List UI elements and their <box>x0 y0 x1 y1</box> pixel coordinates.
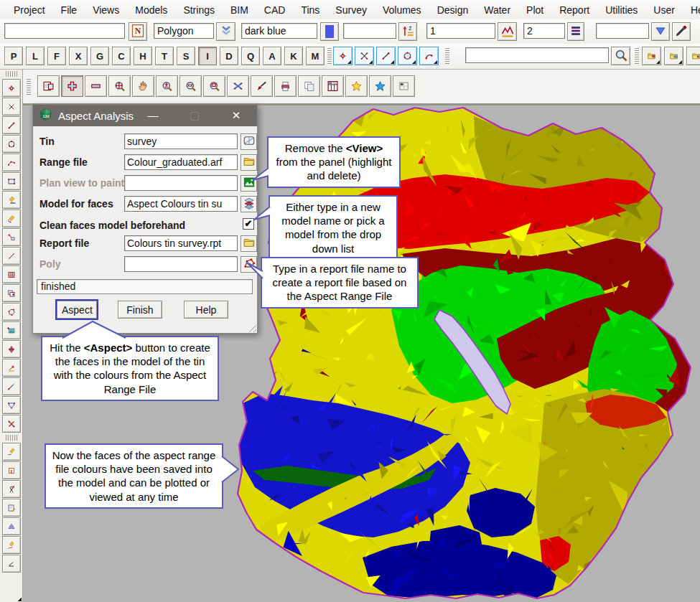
function-key-l[interactable]: L <box>26 47 45 65</box>
search-input[interactable] <box>465 47 609 63</box>
plot-print-button[interactable] <box>274 75 297 97</box>
search-button[interactable] <box>611 47 630 65</box>
menu-tins[interactable]: Tins <box>293 3 327 17</box>
menu-project[interactable]: Project <box>6 3 53 17</box>
function-key-q[interactable]: Q <box>241 47 260 65</box>
view-layout-button[interactable] <box>393 75 415 97</box>
measure-line-tool-button[interactable] <box>2 247 21 265</box>
clean-faces-checkbox[interactable]: ✔ <box>243 218 254 230</box>
tin-input[interactable] <box>124 133 238 149</box>
menu-user[interactable]: User <box>645 3 683 17</box>
snap-point-toggle[interactable] <box>333 47 353 65</box>
plan-view-input[interactable] <box>124 175 238 191</box>
toolbar-grip[interactable] <box>445 48 449 64</box>
plus-mode-button[interactable] <box>61 75 83 97</box>
name-button[interactable]: N <box>129 22 147 41</box>
function-key-f[interactable]: F <box>47 47 66 65</box>
model-for-faces-input[interactable] <box>124 196 238 212</box>
linestyle-picker-button[interactable] <box>216 22 235 41</box>
angle-lines-tool-button[interactable] <box>2 555 21 573</box>
menu-water[interactable]: Water <box>476 3 518 17</box>
menu-plot[interactable]: Plot <box>518 3 551 17</box>
colour-input[interactable] <box>241 23 317 39</box>
function-key-m[interactable]: M <box>306 47 325 65</box>
menu-report[interactable]: Report <box>551 3 597 17</box>
folder-extra-button[interactable] <box>686 47 700 65</box>
folder-cube-button[interactable] <box>642 47 661 65</box>
shield-polygon-tool-button[interactable] <box>2 396 21 414</box>
panel-manager-button[interactable] <box>37 75 60 97</box>
toolbar-grip[interactable] <box>27 79 31 95</box>
create-circle-tool-button[interactable] <box>2 135 21 153</box>
close-button[interactable]: ✕ <box>224 105 248 126</box>
pick-input[interactable] <box>596 23 649 39</box>
text-abc-tool-button[interactable]: abc <box>2 191 21 209</box>
minus-mode-button[interactable] <box>85 75 107 97</box>
freehand-draw-tool-button[interactable] <box>2 443 21 461</box>
menu-models[interactable]: Models <box>127 3 175 17</box>
function-key-g[interactable]: G <box>90 47 109 65</box>
string-colour-line-tool-button[interactable] <box>2 377 21 395</box>
copy-window-tool-button[interactable] <box>2 284 21 302</box>
create-rectangle-tool-button[interactable] <box>2 172 21 190</box>
colour-swatch-button[interactable] <box>320 22 339 41</box>
dialog-resize-grip[interactable] <box>247 323 256 332</box>
function-key-x[interactable]: X <box>69 47 88 65</box>
thickness-input[interactable] <box>523 23 565 39</box>
image-insert-tool-button[interactable] <box>2 321 21 339</box>
snap-circle-toggle[interactable] <box>398 47 417 65</box>
finish-button[interactable]: Finish <box>118 301 162 319</box>
translate-move-tool-button[interactable] <box>2 340 21 358</box>
survey-station-tool-button[interactable] <box>2 480 21 498</box>
range-file-input[interactable] <box>124 154 238 170</box>
breakline-picker-button[interactable] <box>498 22 517 41</box>
aspect-button[interactable]: Aspect <box>57 301 97 319</box>
menu-he[interactable]: He <box>683 3 700 17</box>
dialog-title-bar[interactable]: 12d Aspect Analysis — ▢ ✕ <box>33 105 257 126</box>
height-input[interactable] <box>343 23 396 39</box>
menu-design[interactable]: Design <box>429 3 477 17</box>
linetype-lines-button[interactable] <box>567 22 584 41</box>
grid-table-tool-button[interactable] <box>2 265 21 283</box>
linestyle-input[interactable] <box>154 23 214 39</box>
eyedropper-button[interactable] <box>672 22 691 41</box>
help-button[interactable]: Help <box>184 301 228 319</box>
redraw-button[interactable] <box>251 75 273 97</box>
node-cross-tool-button[interactable] <box>2 98 21 116</box>
function-key-p[interactable]: P <box>4 47 23 65</box>
function-key-d[interactable]: D <box>220 47 238 65</box>
snap-arc-toggle[interactable] <box>419 47 439 65</box>
create-arc-tool-button[interactable] <box>2 154 21 171</box>
menu-bim[interactable]: BIM <box>223 3 256 17</box>
tin-picker-button[interactable] <box>241 133 257 150</box>
favourite-yellow-star-button[interactable] <box>345 75 368 97</box>
dropdown-button[interactable] <box>651 22 670 41</box>
function-key-a[interactable]: A <box>263 47 281 65</box>
copy-view-button[interactable] <box>298 75 320 97</box>
function-key-c[interactable]: C <box>112 47 131 65</box>
function-key-t[interactable]: T <box>155 47 174 65</box>
point-to-box-tool-button[interactable] <box>2 228 21 246</box>
create-point-arrow-tool-button[interactable] <box>2 359 21 377</box>
poly-input[interactable] <box>124 256 238 272</box>
weight-input[interactable] <box>426 23 495 39</box>
zoom-extents-button[interactable] <box>108 75 131 97</box>
report-file-folder-button[interactable] <box>241 235 257 252</box>
zoom-previous-button[interactable]: XX <box>179 75 202 97</box>
menu-file[interactable]: File <box>53 3 85 17</box>
report-file-input[interactable] <box>124 235 238 251</box>
toolbar-grip[interactable] <box>6 435 17 441</box>
pan-button[interactable] <box>132 75 154 97</box>
menu-strings[interactable]: Strings <box>175 3 223 17</box>
paint-brush-tool-button[interactable] <box>2 210 21 227</box>
maximize-button[interactable]: ▢ <box>182 105 207 126</box>
delete-cross-tool-button[interactable] <box>2 415 21 433</box>
height-picker-button[interactable]: z <box>398 22 417 41</box>
snap-cancel-button[interactable] <box>227 75 249 97</box>
snap-point-tool-tool-button[interactable] <box>2 79 21 97</box>
function-key-h[interactable]: H <box>134 47 152 65</box>
menu-views[interactable]: Views <box>85 3 127 17</box>
function-key-i[interactable]: I <box>198 47 217 65</box>
flip-mirror-tool-button[interactable] <box>2 517 21 535</box>
menu-cad[interactable]: CAD <box>256 3 294 17</box>
